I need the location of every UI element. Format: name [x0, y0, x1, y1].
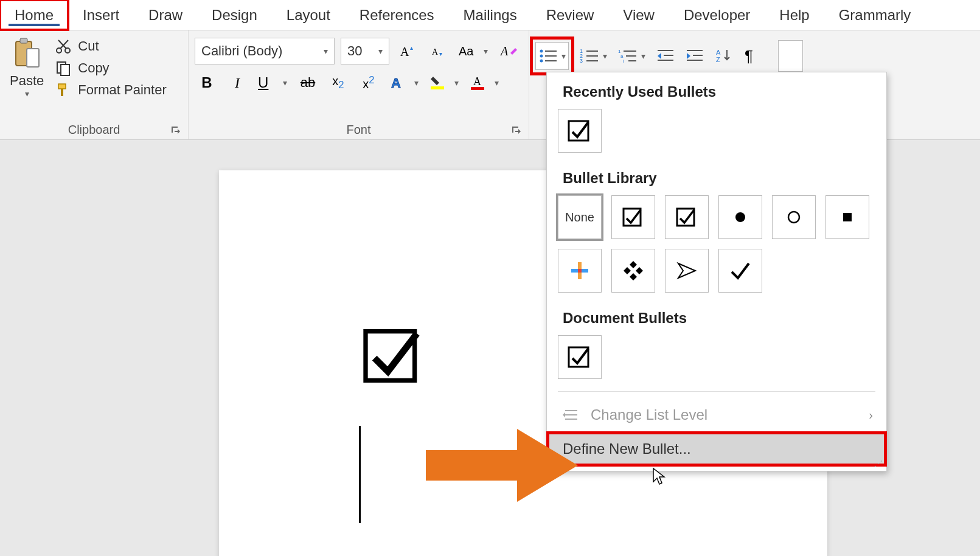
recent-bullet-checkbox[interactable] [558, 109, 602, 153]
chevron-down-icon: ▾ [414, 78, 419, 88]
svg-line-6 [58, 40, 66, 49]
define-new-bullet-item[interactable]: Define New Bullet... [547, 432, 886, 466]
tab-view[interactable]: View [608, 0, 669, 30]
svg-rect-1 [20, 38, 27, 43]
bold-icon: B [201, 74, 212, 91]
chevron-down-icon: ▾ [561, 51, 566, 61]
svg-rect-46 [624, 209, 641, 226]
change-case-button[interactable]: Aa ▾ [456, 39, 490, 63]
cut-label: Cut [78, 38, 99, 54]
clipboard-dialog-launcher[interactable] [170, 125, 182, 137]
svg-rect-53 [578, 269, 582, 273]
chevron-down-icon: ▾ [25, 89, 29, 99]
svg-text:i: i [623, 58, 624, 64]
increase-indent-button[interactable] [686, 44, 704, 68]
change-list-level-icon [563, 408, 580, 422]
sort-button[interactable]: AZ [715, 44, 732, 68]
bullet-filled-square[interactable] [825, 195, 869, 239]
document-bullet-checkbox[interactable] [558, 335, 602, 379]
chevron-down-icon: ▾ [324, 46, 328, 56]
tab-draw[interactable]: Draw [134, 0, 197, 30]
paste-icon [12, 36, 41, 71]
shrink-font-button[interactable]: A▾ [426, 39, 450, 63]
grow-font-button[interactable]: A▴ [395, 39, 420, 63]
svg-rect-50 [843, 213, 852, 221]
show-hide-paragraph-button[interactable]: ¶ [743, 44, 755, 68]
bullet-filled-circle[interactable] [718, 195, 762, 239]
scissors-icon [55, 38, 72, 55]
clipboard-group-label: Clipboard [68, 123, 120, 137]
bullet-arrow[interactable] [665, 249, 709, 293]
tab-help[interactable]: Help [765, 0, 824, 30]
styles-gallery[interactable] [778, 40, 803, 72]
tab-layout[interactable]: Layout [272, 0, 345, 30]
bullets-button[interactable]: ▾ [535, 42, 569, 70]
bold-button[interactable]: B [195, 71, 219, 95]
chevron-down-icon: ▾ [454, 78, 459, 88]
decrease-indent-button[interactable] [656, 44, 675, 68]
change-case-icon: Aa [459, 44, 473, 58]
decrease-indent-icon [656, 48, 675, 64]
bullet-checkmark[interactable] [718, 249, 762, 293]
strikethrough-icon: ab [301, 75, 315, 91]
svg-point-48 [735, 212, 745, 222]
format-painter-button[interactable]: Format Painter [55, 82, 167, 99]
tab-developer[interactable]: Developer [669, 0, 765, 30]
font-dialog-launcher[interactable] [510, 125, 523, 137]
bullet-checkbox-2[interactable] [665, 195, 709, 239]
font-group-label: Font [346, 123, 370, 137]
subscript-button[interactable]: x2 [326, 71, 350, 95]
subscript-icon: x2 [332, 74, 344, 91]
resize-grip-icon[interactable]: ⋰ [874, 459, 883, 468]
svg-text:A: A [473, 75, 481, 88]
svg-text:A: A [391, 75, 401, 91]
tab-grammarly[interactable]: Grammarly [824, 0, 926, 30]
cut-button[interactable]: Cut [55, 38, 167, 55]
highlight-button[interactable]: ▾ [427, 71, 461, 95]
multilevel-list-button[interactable]: 1 a i ▾ [618, 44, 645, 68]
svg-text:Z: Z [716, 56, 720, 63]
font-size-combo[interactable]: 30 ▾ [341, 38, 389, 64]
highlight-icon [429, 74, 447, 91]
strikethrough-button[interactable]: ab [296, 71, 320, 95]
increase-indent-icon [686, 48, 704, 64]
svg-point-20 [540, 55, 543, 58]
text-cursor [359, 426, 361, 523]
annotation-arrow [426, 426, 584, 505]
italic-button[interactable]: I [225, 71, 249, 95]
copy-icon [55, 60, 72, 77]
underline-icon: U [258, 74, 268, 91]
tab-references[interactable]: References [345, 0, 449, 30]
bullet-none[interactable]: None [558, 195, 602, 239]
clear-formatting-button[interactable]: A [496, 39, 521, 63]
panel-divider [558, 391, 875, 392]
bullet-checkbox-1[interactable] [611, 195, 655, 239]
ribbon-tab-bar: Home Insert Draw Design Layout Reference… [0, 0, 980, 30]
font-name-combo[interactable]: Calibri (Body) ▾ [195, 38, 335, 64]
tab-design[interactable]: Design [197, 0, 272, 30]
font-color-button[interactable]: A ▾ [467, 71, 501, 95]
mouse-cursor-icon [652, 467, 667, 487]
superscript-button[interactable]: x2 [356, 71, 381, 95]
change-list-level-label: Change List Level [591, 406, 707, 423]
underline-button[interactable]: U▾ [255, 71, 290, 95]
chevron-down-icon: ▾ [641, 51, 645, 61]
chevron-down-icon: ▾ [283, 78, 287, 88]
paste-button[interactable]: Paste ▾ [6, 34, 47, 120]
bullets-dropdown-panel: Recently Used Bullets Bullet Library Non… [546, 72, 887, 471]
numbering-button[interactable]: 1 2 3 ▾ [580, 44, 607, 68]
copy-button[interactable]: Copy [55, 60, 167, 77]
svg-rect-54 [569, 347, 588, 367]
svg-rect-17 [471, 87, 484, 90]
text-effects-button[interactable]: A ▾ [387, 71, 421, 95]
shrink-font-icon: A▾ [429, 43, 447, 60]
font-name-value: Calibri (Body) [201, 43, 282, 59]
tab-mailings[interactable]: Mailings [449, 0, 532, 30]
tab-insert[interactable]: Insert [68, 0, 134, 30]
bullet-open-circle[interactable] [772, 195, 816, 239]
bullet-color-star[interactable] [558, 249, 602, 293]
tab-review[interactable]: Review [532, 0, 609, 30]
tab-home[interactable]: Home [0, 0, 68, 30]
bullet-four-diamond[interactable] [611, 249, 655, 293]
sort-icon: AZ [715, 47, 732, 64]
